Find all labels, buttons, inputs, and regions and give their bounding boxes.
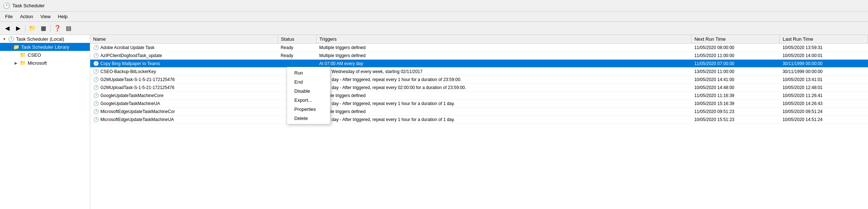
context-menu-item-run[interactable]: Run [287,68,330,77]
menu-bar: File Action View Help [0,12,868,22]
task-row-icon: 🕐 [93,101,99,106]
app-title: Task Scheduler [12,3,45,8]
table-row[interactable]: 🕐AzIPClientDogfoodTask_updateReadyMultip… [90,52,868,60]
task-last-run-cell: 10/05/2020 13:41:01 [780,76,868,84]
col-header-last-run[interactable]: Last Run Time [780,35,868,44]
table-row[interactable]: 🕐MicrosoftEdgeUpdateTaskMachineCorMultip… [90,108,868,116]
tree-icon-cseo: 📁 [20,52,26,58]
task-triggers-cell: Every day - After triggered, repeat ever… [316,76,692,84]
task-next-run-cell: 13/05/2020 11:00:00 [691,68,780,76]
tree-item-library[interactable]: ▼ 📁 Task Scheduler Library [0,43,90,51]
task-row-icon: 🕐 [93,69,99,74]
help-button[interactable]: ❓ [52,24,63,33]
task-row-icon: 🕐 [93,117,99,122]
task-next-run-cell: 11/05/2020 08:00:00 [691,44,780,52]
task-name-cell: 🕐Copy Bing Wallpaper to Teams [90,60,278,68]
context-menu-item-disable[interactable]: Disable [287,87,330,96]
table-header-row: Name Status Triggers Next Run Time Last … [90,35,868,44]
task-name-cell: 🕐MicrosoftEdgeUpdateTaskMachineUA [90,116,278,124]
task-triggers-cell: Every day - After triggered, repeat ever… [316,84,692,92]
task-name-cell: 🕐MicrosoftEdgeUpdateTaskMachineCor [90,108,278,116]
task-name-cell: 🕐G2MUploadTask-S-1-5-21-172125476 [90,84,278,92]
task-status-cell: Ready [278,44,316,52]
toolbar: ◀ ▶ 📁 ▦ ❓ ▤ [0,22,868,35]
tree-arrow-microsoft: ▶ [13,61,19,65]
tree-label-microsoft: Microsoft [28,60,47,66]
task-next-run-cell: 11/05/2020 11:00:00 [691,52,780,60]
tree-item-microsoft[interactable]: ▶ 📁 Microsoft [0,59,90,67]
forward-button[interactable]: ▶ [13,24,23,33]
tree-arrow-local: ▼ [1,37,7,41]
task-row-icon: 🕐 [93,45,99,50]
task-status-cell: Ready [278,52,316,60]
context-menu-item-properties[interactable]: Properties [287,105,330,114]
context-menu: RunEndDisableExport...PropertiesDelete [287,67,330,124]
table-row[interactable]: 🕐GoogleUpdateTaskMachineUAEvery day - Af… [90,100,868,108]
tree-label-cseo: CSEO [28,52,41,58]
tree-arrow-cseo [13,53,19,57]
task-row-icon: 🕐 [93,93,99,98]
main-layout: ▼ 🕐 Task Scheduler (Local) ▼ 📁 Task Sche… [0,35,868,209]
folder-button[interactable]: 📁 [27,24,37,33]
col-header-name[interactable]: Name [90,35,278,44]
task-last-run-cell: 30/11/1999 00:00:00 [780,68,868,76]
title-bar: 🕐 Task Scheduler [0,0,868,12]
tree-label-library: Task Scheduler Library [21,44,69,50]
task-name-cell: 🕐GoogleUpdateTaskMachineUA [90,100,278,108]
col-header-status[interactable]: Status [278,35,316,44]
task-name-cell: 🕐AzIPClientDogfoodTask_update [90,52,278,60]
task-status-cell [278,60,316,68]
toolbar-separator-2 [50,25,51,32]
table-row[interactable]: 🕐G2MUploadTask-S-1-5-21-172125476Every d… [90,84,868,92]
task-next-run-cell: 11/05/2020 09:51:23 [691,108,780,116]
tree-icon-microsoft: 📁 [20,60,26,66]
task-next-run-cell: 10/05/2020 14:41:00 [691,76,780,84]
task-last-run-cell: 10/05/2020 14:26:43 [780,100,868,108]
view-button[interactable]: ▤ [63,24,73,33]
menu-help[interactable]: Help [54,12,71,21]
table-row[interactable]: 🕐G2MUpdateTask-S-1-5-21-172125476Every d… [90,76,868,84]
context-menu-item-end[interactable]: End [287,77,330,87]
task-last-run-cell: 10/05/2020 12:48:01 [780,84,868,92]
menu-file[interactable]: File [1,12,16,21]
tree-item-cseo[interactable]: 📁 CSEO [0,51,90,59]
app-icon: 🕐 [3,2,10,9]
menu-action[interactable]: Action [16,12,37,21]
task-triggers-cell: Multiple triggers defined [316,92,692,100]
task-triggers-cell: At 07:00 AM every day [316,60,692,68]
task-last-run-cell: 10/05/2020 09:51:24 [780,108,868,116]
task-name-cell: 🕐G2MUpdateTask-S-1-5-21-172125476 [90,76,278,84]
tree-label-local: Task Scheduler (Local) [16,36,64,42]
context-menu-item-delete[interactable]: Delete [287,114,330,123]
task-triggers-cell: Multiple triggers defined [316,108,692,116]
task-name-cell: 🕐CSEO-Backup-BitLockerKey [90,68,278,76]
task-triggers-cell: Every day - After triggered, repeat ever… [316,100,692,108]
tree-icon-library: 📁 [13,44,19,50]
back-button[interactable]: ◀ [2,24,12,33]
toolbar-separator-1 [25,25,25,32]
table-row[interactable]: 🕐Copy Bing Wallpaper to TeamsAt 07:00 AM… [90,60,868,68]
task-name-cell: 🕐GoogleUpdateTaskMachineCore [90,92,278,100]
table-row[interactable]: 🕐Adobe Acrobat Update TaskReadyMultiple … [90,44,868,52]
task-row-icon: 🕐 [93,77,99,82]
table-row[interactable]: 🕐CSEO-Backup-BitLockerKeyEvery Wednesday… [90,68,868,76]
tree-item-local[interactable]: ▼ 🕐 Task Scheduler (Local) [0,35,90,43]
grid-button[interactable]: ▦ [38,24,48,33]
table-row[interactable]: 🕐GoogleUpdateTaskMachineCoreMultiple tri… [90,92,868,100]
task-row-icon: 🕐 [93,85,99,90]
task-row-icon: 🕐 [93,53,99,58]
left-panel: ▼ 🕐 Task Scheduler (Local) ▼ 📁 Task Sche… [0,35,90,209]
task-triggers-cell: Multiple triggers defined [316,44,692,52]
menu-view[interactable]: View [37,12,54,21]
task-last-run-cell: 10/05/2020 14:51:24 [780,116,868,124]
task-triggers-cell: Every Wednesday of every week, starting … [316,68,692,76]
context-menu-item-export---[interactable]: Export... [287,96,330,105]
col-header-triggers[interactable]: Triggers [316,35,692,44]
task-triggers-cell: Multiple triggers defined [316,52,692,60]
task-row-icon: 🕐 [93,109,99,114]
tree-icon-local: 🕐 [8,36,14,42]
table-row[interactable]: 🕐MicrosoftEdgeUpdateTaskMachineUAEvery d… [90,116,868,124]
task-triggers-cell: Every day - After triggered, repeat ever… [316,116,692,124]
task-next-run-cell: 11/05/2020 07:00:00 [691,60,780,68]
col-header-next-run[interactable]: Next Run Time [691,35,780,44]
